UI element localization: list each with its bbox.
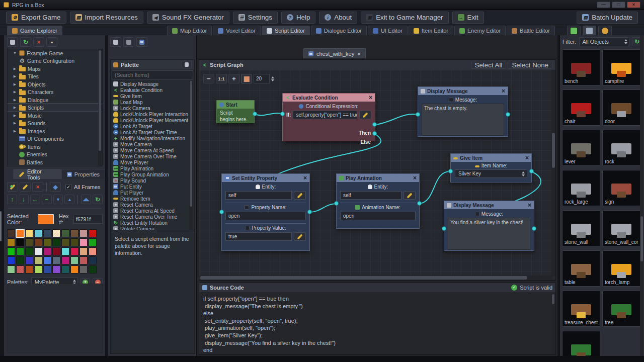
hex-input[interactable] xyxy=(73,215,103,224)
color-swatch[interactable] xyxy=(61,256,69,264)
object-card[interactable]: torch_lamp xyxy=(602,250,640,287)
palette-item[interactable]: Reset Entity Rotation xyxy=(112,220,191,226)
select-none-button[interactable]: Select None xyxy=(508,61,552,69)
color-swatch[interactable] xyxy=(79,247,88,255)
item-select-stepper[interactable] xyxy=(522,171,525,176)
item-name-select[interactable]: Silver Key xyxy=(455,169,527,178)
tree-expand-arrow[interactable]: ▶ xyxy=(13,121,17,125)
color-swatch[interactable] xyxy=(25,238,33,246)
palette-item[interactable]: Move Camera Over Time xyxy=(112,153,191,159)
color-swatch[interactable] xyxy=(79,265,88,274)
tree-item[interactable]: ▶ Maps xyxy=(8,65,102,73)
erase-tool-button[interactable]: × xyxy=(32,182,43,192)
port-setprop-in[interactable] xyxy=(219,210,224,214)
layer-up-button[interactable]: ▲ xyxy=(64,195,74,204)
color-swatch[interactable] xyxy=(34,256,42,264)
minimize-button[interactable]: — xyxy=(597,2,610,8)
refresh-button[interactable]: ↻ xyxy=(20,37,31,47)
color-swatch[interactable] xyxy=(7,265,15,274)
palette-item[interactable]: Reset Camera At Speed xyxy=(112,208,191,214)
tree-expand-arrow[interactable]: ▶ xyxy=(13,106,17,110)
close-button[interactable]: × xyxy=(627,2,640,8)
menu-button[interactable]: ⚙ Export Game xyxy=(6,12,66,24)
node-close-icon[interactable]: × xyxy=(502,88,505,94)
collapse-all-button[interactable]: ▪ xyxy=(46,37,57,47)
source-scrollbar[interactable] xyxy=(551,293,555,353)
color-swatch[interactable] xyxy=(89,229,97,237)
color-swatch[interactable] xyxy=(70,247,78,255)
port-msg2-out[interactable] xyxy=(532,226,536,231)
object-card[interactable]: rock xyxy=(602,130,640,166)
fill-tool-button[interactable]: ◆ xyxy=(50,182,61,192)
object-card[interactable]: sign xyxy=(602,170,640,206)
tree-item[interactable]: Battles xyxy=(8,158,102,166)
batch-update-button[interactable]: ▤ Batch Update xyxy=(577,12,638,24)
color-swatch[interactable] xyxy=(52,256,60,264)
port-evaluate-else[interactable] xyxy=(372,131,377,136)
tree-item[interactable]: ▶ Characters xyxy=(8,88,102,97)
snap-to-grid-button[interactable]: ▦ xyxy=(241,74,252,83)
palette-item[interactable]: Play Group Animation xyxy=(112,171,191,177)
layer-down-button[interactable]: ▼ xyxy=(53,195,63,204)
port-evaluate-then[interactable] xyxy=(372,122,377,127)
document-tab-chest-with-key[interactable]: chest_with_key × xyxy=(303,48,366,58)
nudge-up-button[interactable]: ↑ xyxy=(7,195,17,204)
selected-color-swatch[interactable] xyxy=(38,214,54,224)
tree-expand-arrow[interactable]: ▶ xyxy=(13,129,17,133)
palette-help-button[interactable] xyxy=(182,61,192,68)
grid-size-input[interactable] xyxy=(254,74,270,83)
color-swatch[interactable] xyxy=(43,247,51,255)
object-card[interactable]: treasure_chest xyxy=(562,291,600,327)
tree-item[interactable]: ▼ Example Game xyxy=(8,49,102,57)
node-give-item[interactable]: Give Item × Item Name: Silver Key xyxy=(450,153,532,183)
filter-select[interactable]: All Objects xyxy=(579,37,630,46)
node-start[interactable]: Start Script begins here. xyxy=(216,100,255,123)
object-card[interactable]: tree xyxy=(602,291,640,327)
color-swatch[interactable] xyxy=(43,265,51,274)
palette-item[interactable]: Reset Camera Over Time xyxy=(112,214,191,220)
node-set-entity-property[interactable]: Set Entity Property × Entity: self Prope… xyxy=(221,173,310,251)
tab-tiles-view[interactable] xyxy=(567,26,581,35)
zoom-out-button[interactable]: − xyxy=(203,74,214,83)
nudge-dash-button[interactable]: − xyxy=(42,195,52,204)
menu-button[interactable]: ◀ Sound FX Generator xyxy=(147,12,229,24)
object-card[interactable]: chair xyxy=(562,89,600,126)
tree-expand-arrow[interactable]: ▶ xyxy=(13,114,17,118)
color-swatch[interactable] xyxy=(16,229,24,237)
tree-expand-arrow[interactable]: ▶ xyxy=(13,90,17,94)
tree-item[interactable]: ▶ Sounds xyxy=(8,120,102,128)
color-swatch[interactable] xyxy=(89,256,97,264)
editor-tab[interactable]: Script Editor xyxy=(262,26,310,35)
tab-editor-tools[interactable]: Editor Tools xyxy=(13,169,61,179)
palette-item[interactable]: Lock/Unlock Player Interaction xyxy=(112,111,191,117)
tree-item[interactable]: Game Configuration xyxy=(8,57,102,65)
port-evaluate-in[interactable] xyxy=(280,112,285,116)
delete-button[interactable]: × xyxy=(33,37,44,47)
save-script-button[interactable] xyxy=(123,37,134,47)
palette-item[interactable]: Lock/Unlock Player Movement xyxy=(112,117,191,123)
color-swatch[interactable] xyxy=(7,238,15,246)
color-swatch[interactable] xyxy=(16,238,24,246)
tree-item[interactable]: ▶ Tiles xyxy=(8,73,102,81)
color-swatch[interactable] xyxy=(79,238,88,246)
color-swatch[interactable] xyxy=(16,247,24,255)
color-swatch[interactable] xyxy=(43,238,51,246)
color-swatch[interactable] xyxy=(52,238,60,246)
tree-expand-arrow[interactable]: ▶ xyxy=(13,74,17,78)
graph-vertical-scrollbar[interactable] xyxy=(551,70,555,276)
save-as-button[interactable] xyxy=(136,37,147,47)
color-swatch[interactable] xyxy=(79,256,88,264)
node-close-icon[interactable]: × xyxy=(369,95,372,101)
color-swatch[interactable] xyxy=(61,238,69,246)
color-swatch[interactable] xyxy=(16,256,24,264)
tree-item[interactable]: Items xyxy=(8,143,102,151)
source-code-text[interactable]: if self.property["open"] == true then di… xyxy=(199,292,555,357)
palette-item[interactable]: Lock Camera xyxy=(112,105,191,111)
editor-tab[interactable]: Dialogue Editor xyxy=(311,26,367,35)
color-swatch[interactable] xyxy=(25,265,33,274)
source-scrollbar-thumb[interactable] xyxy=(552,294,554,304)
color-swatch[interactable] xyxy=(7,229,15,237)
palette-item[interactable]: Play Sound xyxy=(112,177,191,184)
menu-button[interactable]: ☰ Settings xyxy=(233,12,278,24)
port-setprop-out[interactable] xyxy=(307,210,312,214)
